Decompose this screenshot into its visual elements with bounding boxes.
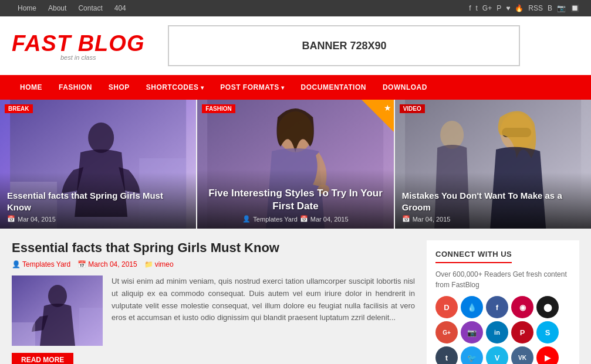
social-share-icon[interactable]: 🔲 bbox=[570, 4, 579, 12]
article-author-meta: 👤 Templates Yard bbox=[12, 260, 70, 268]
social-pinterest-icon[interactable]: P bbox=[497, 4, 501, 12]
article-category-meta: 📁 vimeo bbox=[144, 260, 174, 268]
nav-home[interactable]: HOME bbox=[12, 75, 50, 100]
connect-desc: Over 600,000+ Readers Get fresh content … bbox=[435, 269, 570, 290]
social-vk[interactable]: VK bbox=[511, 346, 533, 364]
calendar-meta-icon: 📅 bbox=[77, 260, 86, 268]
social-dropbox[interactable]: 💧 bbox=[461, 296, 483, 318]
banner-text: BANNER 728X90 bbox=[302, 40, 386, 52]
featured-overlay-2: Five Interesting Styles To Try In Your F… bbox=[197, 169, 393, 229]
featured-meta-1: 📅 Mar 04, 2015 bbox=[7, 215, 189, 223]
nav-download[interactable]: DOWNLOAD bbox=[374, 75, 435, 100]
social-skype[interactable]: S bbox=[536, 321, 559, 343]
nav-fashion[interactable]: FASHION bbox=[50, 75, 100, 100]
nav-shop[interactable]: SHOP bbox=[100, 75, 138, 100]
social-tumblr[interactable]: t bbox=[435, 346, 458, 364]
social-linkedin[interactable]: in bbox=[486, 321, 508, 343]
article-title: Essential facts that Spring Girls Must K… bbox=[12, 240, 415, 256]
read-more-button[interactable]: READ MORE bbox=[12, 353, 73, 364]
social-pinterest[interactable]: P bbox=[511, 321, 533, 343]
nav-post-formats[interactable]: POST FORMATS bbox=[212, 75, 292, 100]
social-dribbble[interactable]: D bbox=[435, 296, 458, 318]
article-thumb-img bbox=[12, 275, 103, 346]
calendar-icon: 📅 bbox=[7, 215, 15, 223]
social-icons-grid: D 💧 f ◉ ⬤ G+ 📷 in P S t 🐦 V VK ▶ bbox=[435, 296, 570, 364]
featured-item-1[interactable]: BREAK Essential facts that Spring Girls … bbox=[0, 100, 197, 229]
banner-ad: BANNER 728X90 bbox=[168, 25, 520, 66]
sidebar: CONNECT WITH US Over 600,000+ Readers Ge… bbox=[427, 240, 579, 364]
featured-meta-2: 👤 Templates Yard 📅 Mar 04, 2015 bbox=[204, 215, 386, 223]
featured-item-3[interactable]: VIDEO Mistakes You Don't Want To Make as… bbox=[395, 100, 591, 229]
featured-date-3: Mar 04, 2015 bbox=[413, 216, 451, 223]
social-instagram-icon[interactable]: 📷 bbox=[557, 4, 566, 12]
calendar-icon-3: 📅 bbox=[402, 215, 410, 223]
featured-meta-3: 📅 Mar 04, 2015 bbox=[402, 215, 584, 223]
header: FAST BLOG best in class BANNER 728X90 bbox=[0, 16, 591, 75]
svg-rect-14 bbox=[79, 308, 103, 346]
social-facebook-icon[interactable]: f bbox=[469, 4, 471, 12]
logo[interactable]: FAST BLOG best in class bbox=[12, 31, 144, 61]
social-rss-icon[interactable]: RSS bbox=[528, 4, 543, 12]
logo-text: FAST BLOG bbox=[12, 31, 144, 56]
social-vimeo[interactable]: V bbox=[486, 346, 508, 364]
svg-rect-13 bbox=[12, 322, 35, 346]
folder-meta-icon: 📁 bbox=[144, 260, 153, 268]
top-nav: Home About Contact 404 bbox=[12, 0, 132, 16]
social-heart-icon[interactable]: ♥ bbox=[506, 4, 510, 12]
featured-overlay-3: Mistakes You Don't Want To Make as a Gro… bbox=[395, 172, 591, 229]
featured-item-2[interactable]: FASHION ★ Five Interesting Styles To Try… bbox=[197, 100, 394, 229]
svg-point-10 bbox=[440, 121, 464, 149]
article-meta: 👤 Templates Yard 📅 March 04, 2015 📁 vime… bbox=[12, 260, 415, 268]
person-icon: 👤 bbox=[242, 215, 251, 223]
svg-point-1 bbox=[88, 123, 114, 153]
logo-subtitle: best in class bbox=[12, 54, 144, 61]
featured-title-3: Mistakes You Don't Want To Make as a Gro… bbox=[402, 190, 584, 213]
top-bar: Home About Contact 404 f t G+ P ♥ 🔥 RSS … bbox=[0, 0, 591, 16]
social-twitter-icon[interactable]: t bbox=[475, 4, 477, 12]
social-fire-icon[interactable]: 🔥 bbox=[515, 4, 524, 12]
top-nav-about[interactable]: About bbox=[42, 0, 72, 16]
tag-fashion: FASHION bbox=[202, 104, 235, 113]
person-meta-icon: 👤 bbox=[12, 260, 21, 268]
social-googleplus-icon[interactable]: G+ bbox=[482, 4, 492, 12]
top-social: f t G+ P ♥ 🔥 RSS B 📷 🔲 bbox=[469, 4, 579, 12]
featured-title-1: Essential facts that Spring Girls Must K… bbox=[7, 190, 189, 213]
connect-title: CONNECT WITH US bbox=[435, 250, 512, 263]
nav-documentation[interactable]: DOCUMENTATION bbox=[293, 75, 374, 100]
social-instagram[interactable]: 📷 bbox=[461, 321, 483, 343]
featured-date-2: Mar 04, 2015 bbox=[310, 216, 349, 223]
top-nav-contact[interactable]: Contact bbox=[72, 0, 108, 16]
social-flickr[interactable]: ◉ bbox=[511, 296, 533, 318]
featured-author-2: Templates Yard bbox=[253, 216, 297, 223]
article-text: Ut wisi enim ad minim veniam, quis nostr… bbox=[112, 275, 415, 346]
connect-with-us: CONNECT WITH US Over 600,000+ Readers Ge… bbox=[427, 240, 579, 364]
social-youtube[interactable]: ▶ bbox=[536, 346, 559, 364]
article-category-link[interactable]: vimeo bbox=[155, 260, 174, 268]
star-icon: ★ bbox=[384, 103, 391, 113]
social-twitter[interactable]: 🐦 bbox=[461, 346, 483, 364]
tag-video: VIDEO bbox=[400, 104, 425, 113]
top-nav-404[interactable]: 404 bbox=[109, 0, 132, 16]
social-googleplus[interactable]: G+ bbox=[435, 321, 458, 343]
article-body: Ut wisi enim ad minim veniam, quis nostr… bbox=[12, 275, 415, 346]
main-content: Essential facts that Spring Girls Must K… bbox=[12, 240, 415, 364]
top-nav-home[interactable]: Home bbox=[12, 0, 42, 16]
article-author-link[interactable]: Templates Yard bbox=[22, 260, 70, 268]
featured-grid: BREAK Essential facts that Spring Girls … bbox=[0, 100, 591, 229]
calendar-icon-2: 📅 bbox=[300, 215, 308, 223]
article-date-link[interactable]: March 04, 2015 bbox=[88, 260, 137, 268]
featured-title-2: Five Interesting Styles To Try In Your F… bbox=[204, 187, 386, 213]
featured-date-1: Mar 04, 2015 bbox=[18, 216, 56, 223]
article-date-meta: 📅 March 04, 2015 bbox=[77, 260, 137, 268]
featured-overlay-1: Essential facts that Spring Girls Must K… bbox=[0, 172, 196, 229]
social-github[interactable]: ⬤ bbox=[536, 296, 559, 318]
nav-shortcodes[interactable]: SHORTCODES bbox=[138, 75, 212, 100]
content-area: Essential facts that Spring Girls Must K… bbox=[0, 229, 591, 364]
tag-break: BREAK bbox=[5, 104, 33, 113]
social-facebook[interactable]: f bbox=[486, 296, 508, 318]
read-more-area: READ MORE bbox=[12, 353, 415, 364]
social-behance-icon[interactable]: B bbox=[548, 4, 552, 12]
main-nav: HOME FASHION SHOP SHORTCODES POST FORMAT… bbox=[0, 75, 591, 100]
article-thumbnail bbox=[12, 275, 103, 346]
